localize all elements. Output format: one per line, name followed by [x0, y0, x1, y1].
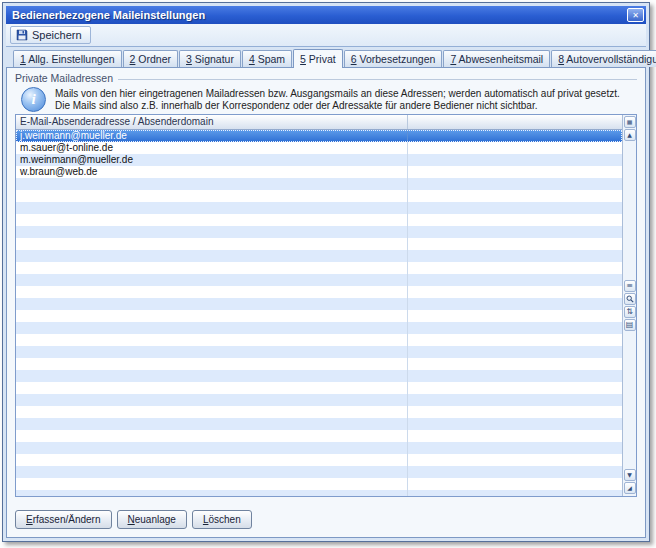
table-row[interactable]	[16, 334, 622, 346]
cell-email-address	[16, 442, 408, 454]
search-icon	[626, 295, 634, 303]
groupbox-line	[118, 79, 637, 80]
cell-empty	[408, 382, 622, 394]
down-arrow-icon: ▼	[627, 470, 632, 480]
cell-empty	[408, 250, 622, 262]
info-icon: i	[21, 87, 46, 112]
cell-empty	[408, 394, 622, 406]
table-row[interactable]	[16, 466, 622, 478]
cell-empty	[408, 430, 622, 442]
table-row[interactable]	[16, 250, 622, 262]
table-row[interactable]	[16, 286, 622, 298]
table-row[interactable]	[16, 454, 622, 466]
cell-empty	[408, 346, 622, 358]
table-grid: E-Mail-Absenderadresse / Absenderdomain …	[16, 115, 622, 496]
table-row[interactable]	[16, 382, 622, 394]
table-row[interactable]	[16, 418, 622, 430]
cell-email-address	[16, 430, 408, 442]
resize-grip-button[interactable]: ◢	[624, 482, 636, 494]
resize-grip-icon: ◢	[627, 483, 632, 493]
cell-empty	[408, 226, 622, 238]
table-row[interactable]	[16, 274, 622, 286]
tab-vorbesetzungen[interactable]: 6 Vorbesetzungen	[344, 50, 443, 67]
cell-email-address	[16, 478, 408, 490]
cell-email-address	[16, 298, 408, 310]
table-row[interactable]	[16, 478, 622, 490]
cell-email-address	[16, 334, 408, 346]
cell-email-address: m.weinmann@mueller.de	[16, 154, 408, 166]
tab-strip: 1 Allg. Einstellungen2 Ordner3 Signatur4…	[6, 47, 646, 67]
table-row[interactable]	[16, 358, 622, 370]
table-row[interactable]	[16, 178, 622, 190]
table-row[interactable]	[16, 202, 622, 214]
search-button[interactable]	[624, 293, 636, 305]
tab-abwesenheitsmail[interactable]: 7 Abwesenheitsmail	[443, 50, 550, 67]
close-button[interactable]: ✕	[627, 8, 644, 22]
sort-button[interactable]: ⇅	[624, 306, 636, 318]
table-row[interactable]: w.braun@web.de	[16, 166, 622, 178]
cell-empty	[408, 190, 622, 202]
table-row[interactable]	[16, 394, 622, 406]
cell-email-address	[16, 466, 408, 478]
table-row[interactable]: m.sauer@t-online.de	[16, 142, 622, 154]
cell-email-address	[16, 214, 408, 226]
cell-empty	[408, 178, 622, 190]
rows-view-button[interactable]: ▤	[624, 319, 636, 331]
tab-panel-privat: Private Mailadressen i Mails von den hie…	[6, 67, 646, 538]
save-button[interactable]: Speichern	[10, 26, 91, 44]
cell-empty	[408, 490, 622, 496]
grid-icon: ▦	[627, 117, 633, 127]
table-row[interactable]	[16, 262, 622, 274]
tab-signatur[interactable]: 3 Signatur	[179, 50, 241, 67]
cell-email-address	[16, 358, 408, 370]
scroll-up-button[interactable]: ▲	[624, 129, 636, 141]
tab-allg-einstellungen[interactable]: 1 Allg. Einstellungen	[13, 50, 122, 67]
sort-icon: ⇅	[626, 307, 633, 317]
scroll-down-button[interactable]: ▼	[624, 469, 636, 481]
table-row[interactable]	[16, 322, 622, 334]
cell-email-address	[16, 394, 408, 406]
tab-autovervollstaendigung[interactable]: 8 Autovervollständigung	[551, 50, 656, 67]
cell-email-address	[16, 250, 408, 262]
table-row[interactable]	[16, 442, 622, 454]
table-row[interactable]	[16, 346, 622, 358]
cell-empty	[408, 262, 622, 274]
table-row[interactable]	[16, 490, 622, 496]
cell-empty	[408, 370, 622, 382]
table-row[interactable]: j.weinmann@mueller.de	[16, 130, 622, 142]
neuanlage-button[interactable]: Neuanlage	[117, 510, 187, 529]
table-row[interactable]	[16, 298, 622, 310]
tab-privat[interactable]: 5 Privat	[293, 49, 343, 68]
loeschen-button[interactable]: Löschen	[192, 510, 252, 529]
table-row[interactable]	[16, 310, 622, 322]
list-view-button[interactable]: ≡	[624, 280, 636, 292]
tab-spam[interactable]: 4 Spam	[242, 50, 292, 67]
table-row[interactable]	[16, 238, 622, 250]
table-row[interactable]	[16, 190, 622, 202]
table-row[interactable]: m.weinmann@mueller.de	[16, 154, 622, 166]
cell-email-address	[16, 286, 408, 298]
table-row[interactable]	[16, 370, 622, 382]
table-row[interactable]	[16, 214, 622, 226]
cell-empty	[408, 322, 622, 334]
cell-email-address	[16, 202, 408, 214]
cell-empty	[408, 238, 622, 250]
cell-empty	[408, 478, 622, 490]
erfassen-aendern-button[interactable]: Erfassen/Ändern	[15, 510, 112, 529]
info-text: Mails von den hier eingetragenen Mailadr…	[55, 87, 633, 112]
column-chooser-button[interactable]: ▦	[624, 116, 636, 128]
cell-empty	[408, 310, 622, 322]
cell-empty	[408, 406, 622, 418]
mail-address-table: E-Mail-Absenderadresse / Absenderdomain …	[15, 114, 637, 497]
cell-email-address: m.sauer@t-online.de	[16, 142, 408, 154]
table-row[interactable]	[16, 406, 622, 418]
tab-ordner[interactable]: 2 Ordner	[123, 50, 178, 67]
cell-email-address	[16, 310, 408, 322]
cell-email-address	[16, 406, 408, 418]
list-icon: ≡	[626, 281, 633, 291]
table-row[interactable]	[16, 226, 622, 238]
column-header-address[interactable]: E-Mail-Absenderadresse / Absenderdomain	[16, 115, 408, 129]
cell-empty	[408, 274, 622, 286]
table-row[interactable]	[16, 430, 622, 442]
cell-email-address: j.weinmann@mueller.de	[16, 130, 408, 142]
